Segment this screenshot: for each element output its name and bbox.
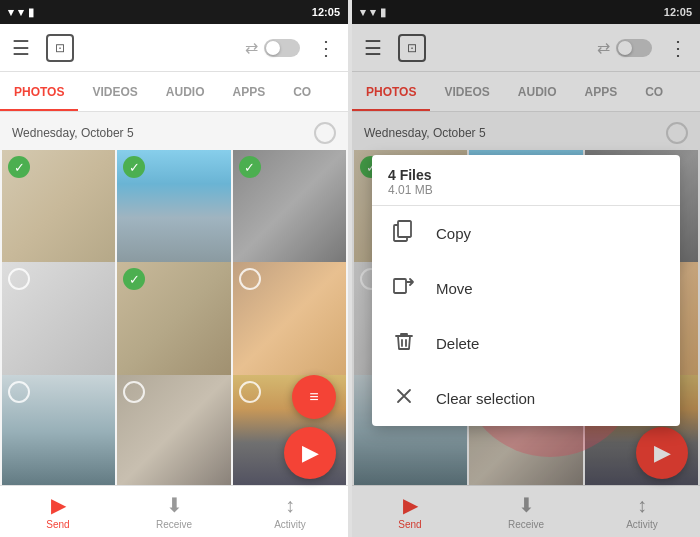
tab-apps-left[interactable]: APPS <box>219 72 280 111</box>
receive-nav-label-left: Receive <box>156 519 192 530</box>
tab-co-left[interactable]: CO <box>279 72 325 111</box>
tab-photos-left[interactable]: PHOTOS <box>0 72 78 111</box>
check-2: ✓ <box>123 156 145 178</box>
fab-container-left: ≡ ▶ <box>284 375 336 479</box>
check-1: ✓ <box>8 156 30 178</box>
check-5: ✓ <box>123 268 145 290</box>
photo-4[interactable] <box>2 262 115 375</box>
move-label: Move <box>436 280 473 297</box>
delete-label: Delete <box>436 335 479 352</box>
left-phone: ▾ ▾ ▮ 12:05 ☰ ⊡ ⇄ ⋮ PHOTOS VIDEOS AUDIO … <box>0 0 348 537</box>
toggle-switch[interactable] <box>264 39 300 57</box>
check-3: ✓ <box>239 156 261 178</box>
toggle-container: ⇄ <box>245 38 300 57</box>
activity-nav-icon-left: ↕ <box>285 494 295 517</box>
file-count: 4 Files <box>388 167 664 183</box>
date-header-left: Wednesday, October 5 <box>0 112 348 150</box>
date-circle-left[interactable] <box>314 122 336 144</box>
delete-icon <box>392 330 416 357</box>
photo-8[interactable] <box>117 375 230 485</box>
time-left: 12:05 <box>312 6 340 18</box>
nav-send-left[interactable]: ▶ Send <box>0 486 116 537</box>
photo-5[interactable]: ✓ <box>117 262 230 375</box>
circle-4 <box>8 268 30 290</box>
right-phone: ▾ ▾ ▮ 12:05 ☰ ⊡ ⇄ ⋮ PHOTOS VIDEOS AUDIO … <box>352 0 700 537</box>
photo-6[interactable] <box>233 262 346 375</box>
toolbar-left: ☰ ⊡ ⇄ ⋮ <box>0 24 348 72</box>
more-icon[interactable]: ⋮ <box>316 36 336 60</box>
signal-icon: ▾ <box>8 6 14 19</box>
file-size: 4.01 MB <box>388 183 664 197</box>
transfer-icon: ⇄ <box>245 38 258 57</box>
nav-activity-left[interactable]: ↕ Activity <box>232 486 348 537</box>
circle-6 <box>239 268 261 290</box>
dropdown-delete[interactable]: Delete <box>372 316 680 371</box>
send-fab[interactable]: ▶ <box>284 427 336 479</box>
tab-videos-left[interactable]: VIDEOS <box>78 72 151 111</box>
tab-audio-left[interactable]: AUDIO <box>152 72 219 111</box>
dropdown-clear[interactable]: Clear selection <box>372 371 680 426</box>
photo-1[interactable]: ✓ <box>2 150 115 263</box>
menu-fab[interactable]: ≡ <box>292 375 336 419</box>
send-nav-icon-left: ▶ <box>51 493 66 517</box>
circle-9 <box>239 381 261 403</box>
copy-label: Copy <box>436 225 471 242</box>
hamburger-icon[interactable]: ☰ <box>12 36 30 60</box>
bottom-nav-left: ▶ Send ⬇ Receive ↕ Activity <box>0 485 348 537</box>
move-icon <box>392 275 416 302</box>
menu-fab-icon: ≡ <box>309 388 318 406</box>
clear-label: Clear selection <box>436 390 535 407</box>
svg-rect-1 <box>398 221 411 237</box>
receive-nav-icon-left: ⬇ <box>166 493 183 517</box>
copy-icon <box>392 220 416 247</box>
svg-rect-2 <box>394 279 406 293</box>
dropdown-copy[interactable]: Copy <box>372 206 680 261</box>
photo-7[interactable] <box>2 375 115 485</box>
activity-nav-label-left: Activity <box>274 519 306 530</box>
dropdown-header: 4 Files 4.01 MB <box>372 155 680 206</box>
status-bar-left: ▾ ▾ ▮ 12:05 <box>0 0 348 24</box>
chat-icon[interactable]: ⊡ <box>46 34 74 62</box>
nav-receive-left[interactable]: ⬇ Receive <box>116 486 232 537</box>
battery-icon: ▮ <box>28 6 34 19</box>
dropdown-menu: 4 Files 4.01 MB Copy Move <box>372 155 680 426</box>
circle-8 <box>123 381 145 403</box>
tabs-left: PHOTOS VIDEOS AUDIO APPS CO <box>0 72 348 112</box>
photo-3[interactable]: ✓ <box>233 150 346 263</box>
date-label-left: Wednesday, October 5 <box>12 126 134 140</box>
dropdown-move[interactable]: Move <box>372 261 680 316</box>
photo-2[interactable]: ✓ <box>117 150 230 263</box>
clear-icon <box>392 385 416 412</box>
send-fab-icon: ▶ <box>302 440 319 466</box>
circle-7 <box>8 381 30 403</box>
send-nav-label-left: Send <box>46 519 69 530</box>
wifi-icon: ▾ <box>18 6 24 19</box>
